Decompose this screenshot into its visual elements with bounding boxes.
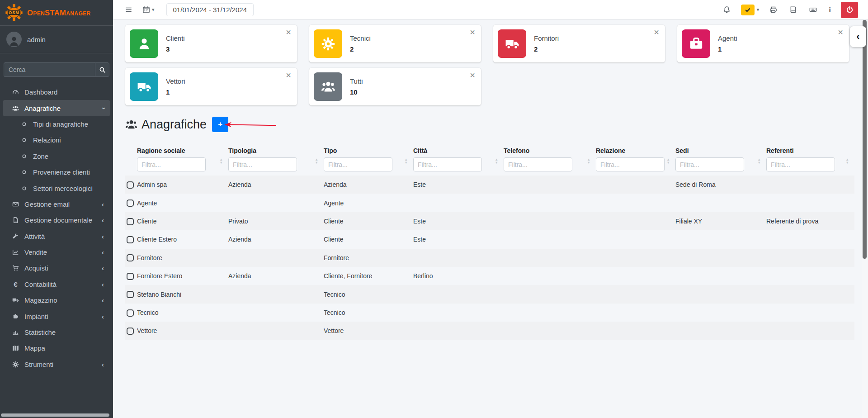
sidebar-item-anagrafiche[interactable]: Anagrafiche‹ — [3, 100, 110, 116]
search-button[interactable] — [95, 62, 109, 77]
docs-button[interactable] — [788, 4, 799, 15]
sidebar-item-vendite[interactable]: Vendite‹ — [3, 244, 110, 260]
sort-arrows-icon[interactable]: ▲▼ — [495, 158, 498, 164]
row-checkbox[interactable] — [127, 181, 134, 189]
table-row-cliente[interactable]: ClientePrivatoClienteEsteFiliale XYRefer… — [125, 212, 854, 230]
row-checkbox[interactable] — [127, 291, 134, 298]
sidebar-item-acquisti[interactable]: Acquisti‹ — [3, 260, 110, 276]
sidebar-item-impianti[interactable]: Impianti‹ — [3, 308, 110, 324]
sort-arrows-icon[interactable]: ▲▼ — [315, 158, 318, 164]
sort-arrows-icon[interactable]: ▲▼ — [405, 158, 408, 164]
sort-arrows-icon[interactable]: ▲▼ — [758, 158, 761, 164]
filter-input-sedi[interactable] — [675, 157, 744, 171]
close-icon[interactable]: × — [286, 28, 291, 37]
scrollbar-thumb[interactable] — [863, 20, 867, 259]
table-row-stefano-bianchi[interactable]: Stefano BianchiTecnico — [125, 285, 854, 303]
sidebar-subitem-provenienze-clienti[interactable]: Provenienze clienti — [3, 164, 110, 180]
scrollbar-thumb[interactable] — [1, 413, 109, 417]
close-icon[interactable]: × — [470, 71, 475, 80]
sidebar-item-magazzino[interactable]: Magazzino‹ — [3, 292, 110, 308]
sidebar-subitem-tipi-di-anagrafiche[interactable]: Tipi di anagrafiche — [3, 116, 110, 132]
sidebar-item-gestione-email[interactable]: Gestione email‹ — [3, 196, 110, 212]
column-header-telefono[interactable]: Telefono▲▼ — [504, 147, 596, 176]
sort-arrows-icon[interactable]: ▲▼ — [587, 158, 590, 164]
sidebar-item-attivit[interactable]: Attività‹ — [3, 228, 110, 244]
sidebar-item-contabilit[interactable]: €Contabilità‹ — [3, 276, 110, 292]
sidebar-horizontal-scrollbar[interactable] — [1, 413, 112, 417]
calendar-dropdown-button[interactable]: ▾ — [141, 4, 156, 15]
sort-arrows-icon[interactable]: ▲▼ — [667, 158, 670, 164]
column-header-relazione[interactable]: Relazione▲▼ — [596, 147, 675, 176]
table-row-admin-spa[interactable]: Admin spaAziendaAziendaEsteSede di Roma — [125, 176, 854, 194]
column-header-ragione-sociale[interactable]: Ragione sociale▲▼ — [137, 147, 228, 176]
search-input[interactable] — [4, 62, 95, 77]
table-cell: Cliente Estero — [137, 230, 228, 248]
checkbox-cell — [125, 194, 137, 212]
table-row-fornitore-estero[interactable]: Fornitore EsteroAziendaCliente, Fornitor… — [125, 267, 854, 285]
row-checkbox[interactable] — [127, 328, 134, 335]
row-checkbox[interactable] — [127, 200, 134, 207]
sidebar-subitem-relazioni[interactable]: Relazioni — [3, 132, 110, 148]
print-button[interactable] — [768, 4, 779, 15]
close-icon[interactable]: × — [470, 28, 475, 37]
row-checkbox[interactable] — [127, 273, 134, 280]
stat-card-vettori[interactable]: Vettori1× — [125, 68, 297, 105]
status-check-dropdown[interactable]: ▾ — [741, 5, 760, 15]
row-checkbox[interactable] — [127, 236, 134, 243]
table-row-vettore[interactable]: VettoreVettore — [125, 322, 854, 340]
filter-input-citt[interactable] — [413, 157, 482, 171]
info-button[interactable]: i — [827, 5, 832, 14]
sidebar-item-dashboard[interactable]: Dashboard — [3, 84, 110, 100]
filter-input-referenti[interactable] — [766, 157, 835, 171]
collapse-panel-button[interactable]: ‹ — [850, 26, 866, 47]
sidebar-item-mappa[interactable]: Mappa — [3, 340, 110, 356]
table-cell: Privato — [228, 212, 324, 230]
sidebar-subitem-settori-merceologici[interactable]: Settori merceologici — [3, 180, 110, 196]
column-label: Tipologia — [228, 147, 324, 154]
sidebar-subitem-zone[interactable]: Zone — [3, 148, 110, 164]
filter-input-tipologia[interactable] — [228, 157, 297, 171]
sidebar-toggle-button[interactable] — [123, 4, 134, 15]
logout-button[interactable] — [841, 2, 858, 18]
close-icon[interactable]: × — [654, 28, 659, 37]
date-range-picker[interactable]: 01/01/2024 - 31/12/2024 — [166, 3, 254, 16]
stat-card-agenti[interactable]: Agenti1× — [677, 25, 849, 62]
sort-arrows-icon[interactable]: ▲▼ — [220, 158, 223, 164]
row-checkbox[interactable] — [127, 218, 134, 225]
table-row-agente[interactable]: AgenteAgente — [125, 194, 854, 212]
table-cell — [675, 249, 766, 267]
filter-input-ragione-sociale[interactable] — [137, 157, 206, 171]
column-header-tipo[interactable]: Tipo▲▼ — [324, 147, 413, 176]
filter-input-tipo[interactable] — [324, 157, 392, 171]
chart-line-icon — [11, 249, 20, 256]
filter-input-telefono[interactable] — [504, 157, 572, 171]
column-header-sedi[interactable]: Sedi▲▼ — [675, 147, 766, 176]
column-label: Relazione — [596, 147, 675, 154]
euro-icon: € — [11, 280, 20, 288]
column-header-tipologia[interactable]: Tipologia▲▼ — [228, 147, 324, 176]
brand[interactable]: OSM OpenSTAManager — [0, 0, 113, 26]
sidebar-item-strumenti[interactable]: Strumenti‹ — [3, 356, 110, 372]
stat-card-fornitori[interactable]: Fornitori2× — [493, 25, 665, 62]
stat-card-clienti[interactable]: Clienti3× — [125, 25, 297, 62]
notifications-button[interactable] — [721, 4, 732, 15]
column-header-citt[interactable]: Città▲▼ — [413, 147, 504, 176]
filter-input-relazione[interactable] — [596, 157, 665, 171]
sidebar-item-gestione-documentale[interactable]: Gestione documentale‹ — [3, 212, 110, 228]
table-row-fornitore[interactable]: FornitoreFornitore — [125, 249, 854, 267]
close-icon[interactable]: × — [286, 71, 291, 80]
row-checkbox[interactable] — [127, 254, 134, 261]
stat-card-tecnici[interactable]: Tecnici2× — [309, 25, 481, 62]
sort-arrows-icon[interactable]: ▲▼ — [846, 158, 849, 164]
vertical-scrollbar[interactable] — [862, 20, 868, 418]
sidebar-item-statistiche[interactable]: Statistiche — [3, 324, 110, 340]
row-checkbox[interactable] — [127, 309, 134, 317]
stat-card-tutti[interactable]: Tutti10× — [309, 68, 481, 105]
table-row-tecnico[interactable]: TecnicoTecnico — [125, 304, 854, 322]
shortcuts-button[interactable] — [807, 4, 819, 15]
close-icon[interactable]: × — [838, 28, 843, 37]
user-name[interactable]: admin — [27, 36, 46, 43]
column-label: Sedi — [675, 147, 766, 154]
column-header-referenti[interactable]: Referenti▲▼ — [766, 147, 854, 176]
table-row-cliente-estero[interactable]: Cliente EsteroAziendaClienteEste — [125, 230, 854, 248]
